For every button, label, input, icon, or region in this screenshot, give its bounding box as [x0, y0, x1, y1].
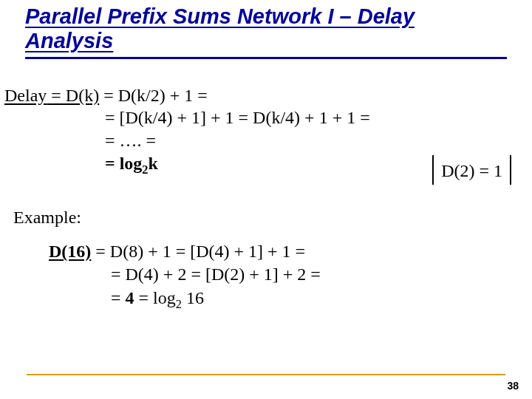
delay-derivation: Delay = D(k) = D(k/2) + 1 = = [D(k/4) + … — [4, 84, 519, 175]
example-line-2: = D(4) + 2 = [D(2) + 1] + 2 = — [49, 263, 519, 286]
footer-rule — [27, 374, 505, 375]
example-l3-a: = — [111, 288, 126, 307]
delay-label: Delay — [4, 86, 47, 105]
base-case-box: D(2) = 1 — [432, 155, 511, 185]
body: Delay = D(k) = D(k/2) + 1 = = [D(k/4) + … — [0, 59, 532, 310]
example-l3-c: = log — [134, 288, 176, 307]
delay-eq4-sub: 2 — [142, 163, 148, 177]
example-label: Example: — [13, 206, 519, 229]
delay-line-3: = …. = — [4, 129, 519, 152]
example-line-1: D(16) = D(8) + 1 = [D(4) + 1] + 1 = — [49, 240, 519, 263]
delay-line-1: Delay = D(k) = D(k/2) + 1 = — [4, 84, 519, 107]
delay-eq1-left: = D(k) — [47, 86, 99, 105]
page-number: 38 — [507, 380, 519, 392]
example-l1-left: D(16) — [49, 242, 91, 261]
example-derivation: D(16) = D(8) + 1 = [D(4) + 1] + 1 = = D(… — [49, 240, 519, 310]
example-l3-b: 4 — [126, 288, 134, 307]
delay-line-2: = [D(k/4) + 1] + 1 = D(k/4) + 1 + 1 = — [4, 106, 519, 129]
delay-eq1-right: = D(k/2) + 1 = — [99, 86, 208, 105]
example-l3-sub: 2 — [176, 296, 182, 310]
example-line-3: = 4 = log2 16 — [49, 287, 519, 310]
example-l1-right: = D(8) + 1 = [D(4) + 1] + 1 = — [91, 242, 305, 261]
title-block: Parallel Prefix Sums Network I – Delay A… — [0, 0, 498, 54]
slide: Parallel Prefix Sums Network I – Delay A… — [0, 0, 532, 399]
delay-eq4-suffix: k — [149, 154, 158, 173]
example-l3-d: 16 — [182, 288, 204, 307]
delay-eq4-prefix: = log — [105, 154, 142, 173]
slide-title: Parallel Prefix Sums Network I – Delay A… — [25, 4, 498, 54]
